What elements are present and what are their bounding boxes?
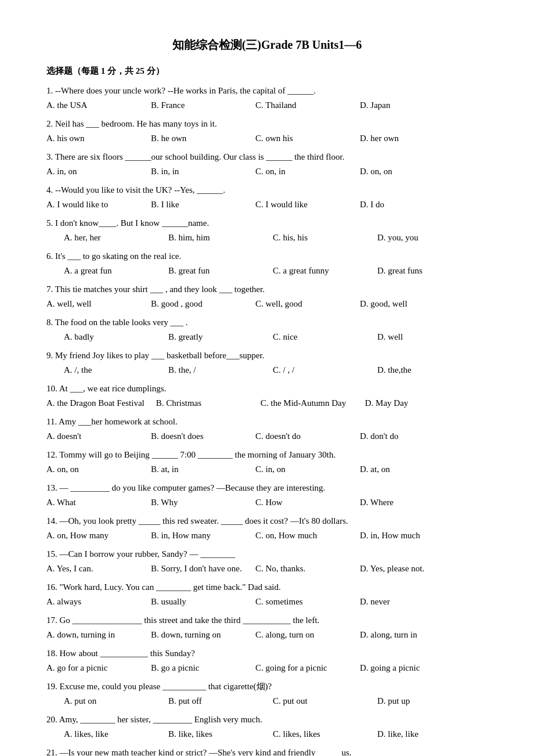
option: C. likes, likes (273, 727, 366, 742)
option: D. I do (360, 197, 453, 213)
question-text: 13. — _________ do you like computer gam… (46, 481, 488, 496)
option: B. Why (151, 495, 244, 510)
question-text: 18. How about ___________ this Sunday? (46, 646, 488, 661)
options-row: A. put onB. put offC. put outD. put up (46, 694, 488, 709)
question-text: 16. "Work hard, Lucy. You can ________ g… (46, 580, 488, 595)
options-row: A. in, onB. in, inC. on, inD. on, on (46, 164, 488, 179)
question-text: 5. I don't know____. But I know ______na… (46, 216, 488, 231)
question-text: 21. —Is your new math teacher kind or st… (46, 746, 488, 757)
option: D. you, you (377, 231, 470, 246)
question-text: 14. —Oh, you look pretty _____ this red … (46, 514, 488, 529)
option: D. good, well (360, 297, 453, 312)
option: D. well (377, 330, 470, 345)
options-row: A. his ownB. he ownC. own hisD. her own (46, 131, 488, 146)
option: A. always (46, 595, 139, 610)
option: A. well, well (46, 297, 139, 312)
option: D. never (360, 595, 453, 610)
option: C. doesn't do (255, 429, 348, 444)
question-text: 10. At ___, we eat rice dumplings. (46, 381, 488, 397)
option: D. going a picnic (360, 661, 453, 676)
options-row: A. on, How manyB. in, How manyC. on, How… (46, 528, 488, 543)
question-21: 21. —Is your new math teacher kind or st… (46, 746, 488, 757)
option: C. I would like (255, 197, 348, 213)
option: C. going for a picnic (255, 661, 348, 676)
option: C. on, in (255, 164, 348, 179)
option: B. France (151, 98, 244, 113)
option: D. Yes, please not. (360, 561, 453, 577)
question-text: 4. --Would you like to visit the UK? --Y… (46, 183, 488, 198)
option: B. I like (151, 197, 244, 213)
question-text: 6. It's ___ to go skating on the real ic… (46, 249, 488, 264)
option: A. her, her (64, 231, 157, 246)
option: B. Christmas (156, 396, 249, 411)
options-row: A. badlyB. greatlyC. niceD. well (46, 330, 488, 345)
option: A. likes, like (64, 727, 157, 742)
question-text: 3. There are six floors ______our school… (46, 150, 488, 165)
question-20: 20. Amy, ________ her sister, _________ … (46, 712, 488, 742)
option: B. down, turning on (151, 628, 244, 643)
option: A. his own (46, 131, 139, 146)
questions-container: 1. --Where does your uncle work? --He wo… (46, 84, 488, 757)
options-row: A. WhatB. WhyC. HowD. Where (46, 495, 488, 510)
question-16: 16. "Work hard, Lucy. You can ________ g… (46, 580, 488, 610)
section-label: 选择题（每题 1 分，共 25 分） (46, 64, 488, 79)
option: A. doesn't (46, 429, 139, 444)
options-row: A. alwaysB. usuallyC. sometimesD. never (46, 595, 488, 610)
option: D. Japan (360, 98, 453, 113)
question-text: 15. —Can I borrow your rubber, Sandy? — … (46, 547, 488, 562)
question-text: 2. Neil has ___ bedroom. He has many toy… (46, 117, 488, 132)
option: B. in, How many (151, 528, 244, 543)
option: A. go for a picnic (46, 661, 139, 676)
option: A. put on (64, 694, 157, 709)
question-text: 8. The food on the table looks very ___ … (46, 315, 488, 330)
option: C. a great funny (273, 264, 366, 279)
option: A. I would like to (46, 197, 139, 213)
option: C. in, on (255, 462, 348, 477)
options-row: A. a great funB. great funC. a great fun… (46, 264, 488, 279)
question-17: 17. Go ________________ this street and … (46, 613, 488, 643)
option: D. put up (377, 694, 470, 709)
option: C. on, How much (255, 528, 348, 543)
question-text: 12. Tommy will go to Beijing ______ 7:00… (46, 448, 488, 463)
option: B. great fun (168, 264, 261, 279)
option: C. How (255, 495, 348, 510)
option: D. on, on (360, 164, 453, 179)
option: A. on, How many (46, 528, 139, 543)
options-row: A. I would like toB. I likeC. I would li… (46, 197, 488, 213)
options-row: A. doesn'tB. doesn't doesC. doesn't doD.… (46, 429, 488, 444)
question-14: 14. —Oh, you look pretty _____ this red … (46, 514, 488, 543)
option: A. in, on (46, 164, 139, 179)
option: A. a great fun (64, 264, 157, 279)
option: A. Yes, I can. (46, 561, 139, 577)
option: C. nice (273, 330, 366, 345)
options-row: A. on, onB. at, inC. in, onD. at, on (46, 462, 488, 477)
option: C. the Mid-Autumn Day (261, 396, 353, 411)
option: B. doesn't does (151, 429, 244, 444)
page-title: 知能综合检测(三)Grade 7B Units1—6 (46, 35, 488, 55)
question-9: 9. My friend Joy likes to play ___ baske… (46, 348, 488, 378)
question-12: 12. Tommy will go to Beijing ______ 7:00… (46, 448, 488, 477)
option: A. on, on (46, 462, 139, 477)
question-text: 1. --Where does your uncle work? --He wo… (46, 84, 488, 99)
question-text: 19. Excuse me, could you please ________… (46, 679, 488, 694)
option: B. go a picnic (151, 661, 244, 676)
options-row: A. the Dragon Boat FestivalB. ChristmasC… (46, 396, 488, 411)
option: B. like, likes (168, 727, 261, 742)
question-2: 2. Neil has ___ bedroom. He has many toy… (46, 117, 488, 146)
option: B. him, him (168, 231, 261, 246)
options-row: A. likes, likeB. like, likesC. likes, li… (46, 727, 488, 742)
option: A. What (46, 495, 139, 510)
option: D. May Day (365, 396, 458, 411)
option: B. in, in (151, 164, 244, 179)
option: D. great funs (377, 264, 470, 279)
option: B. good , good (151, 297, 244, 312)
option: B. the, / (168, 363, 261, 378)
question-5: 5. I don't know____. But I know ______na… (46, 216, 488, 246)
option: C. / , / (273, 363, 366, 378)
question-3: 3. There are six floors ______our school… (46, 150, 488, 179)
options-row: A. the USAB. FranceC. ThailandD. Japan (46, 98, 488, 113)
options-row: A. down, turning inB. down, turning onC.… (46, 628, 488, 643)
question-6: 6. It's ___ to go skating on the real ic… (46, 249, 488, 279)
question-19: 19. Excuse me, could you please ________… (46, 679, 488, 709)
options-row: A. go for a picnicB. go a picnicC. going… (46, 661, 488, 676)
